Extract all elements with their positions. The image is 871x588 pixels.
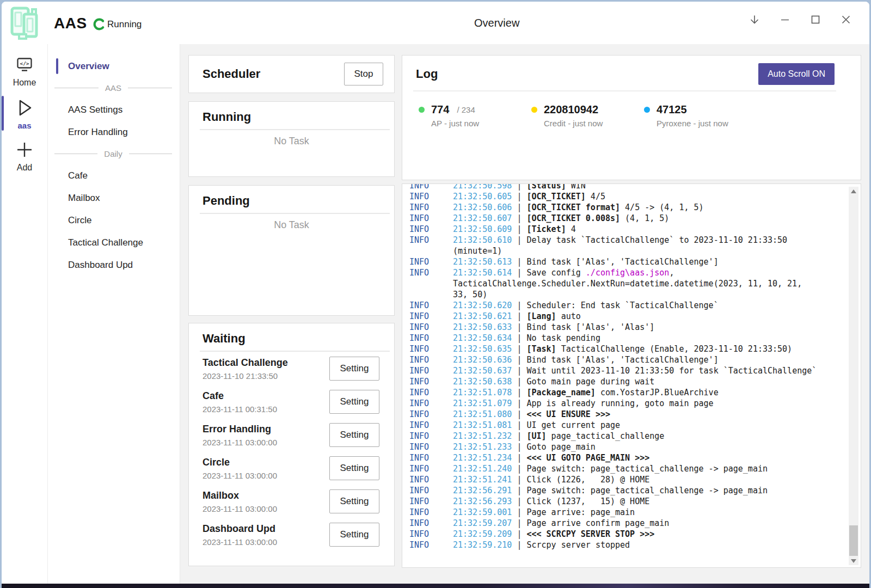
log-time: 21:32:50.605 [453,192,512,201]
stop-button[interactable]: Stop [344,63,383,85]
log-message: 21:32:50.607 | [OCR_TICKET 0.008s] (4, 1… [453,213,821,224]
sidebar-item-label: Overview [68,61,109,72]
scroll-up-icon[interactable] [849,187,858,195]
sidebar-item-error-handling[interactable]: Error Handling [48,121,180,143]
sidebar-item-label: Cafe [68,170,88,181]
log-line: INFO21:32:50.633 | Bind task ['Alas', 'A… [409,322,821,333]
maximize-icon [809,13,822,26]
log-message: 21:32:50.638 | Goto main page during wai… [453,376,821,387]
task-setting-button[interactable]: Setting [329,390,379,414]
log-text: auto [556,311,581,321]
waiting-task: Tactical Challenge2023-11-10 21:33:50Set… [203,352,379,385]
log-separator: | [512,475,526,485]
divider-line [54,88,99,88]
task-setting-button[interactable]: Setting [329,489,379,513]
log-level: INFO [409,409,453,420]
log-text: Bind task ['Alas', 'Alas'] [526,322,654,332]
sidebar-item-dashboard-upd[interactable]: Dashboard Upd [48,254,180,276]
log-separator: | [512,333,526,343]
log-text: Page arrive: page_main [526,507,635,517]
arrow-down-icon [748,13,761,26]
sidebar-item-cafe[interactable]: Cafe [48,164,180,187]
sidebar-item-overview[interactable]: Overview [48,55,180,77]
divider-line [129,154,172,154]
log-time: 21:32:51.080 [453,409,512,419]
task-info: Circle2023-11-11 03:00:00 [203,456,277,480]
scrollbar-thumb[interactable] [849,525,858,556]
task-next-run: 2023-11-11 03:00:00 [203,438,277,447]
rail-item-home[interactable]: </>Home [2,52,47,90]
task-setting-button[interactable]: Setting [329,456,379,480]
stat-label: Credit - just now [544,119,644,128]
scheduler-title: Scheduler [203,67,260,81]
log-line: INFO21:32:50.636 | Bind task ['Alas', 'T… [409,354,821,365]
log-text: Page switch: page_tactical_challenge -> … [526,464,768,474]
log-scrollbar[interactable] [849,187,858,565]
log-level: INFO [409,256,453,267]
rail-item-label: Add [17,163,32,173]
sidebar-item-mailbox[interactable]: Mailbox [48,187,180,209]
sidebar-item-circle[interactable]: Circle [48,209,180,231]
sidebar-section-daily: Daily [54,143,172,164]
log-level: INFO [409,387,453,398]
log-separator: | [512,301,526,310]
task-setting-button[interactable]: Setting [329,357,379,381]
rail-item-add[interactable]: Add [2,137,47,175]
stat-value-row: 774/ 234 [419,103,531,116]
sidebar-item-aas-settings[interactable]: AAS Settings [48,99,180,121]
task-name: Mailbox [203,489,277,502]
status-label: Running [107,19,142,30]
selected-indicator [56,58,58,74]
log-message: 21:32:59.207 | Page arrive confirm page_… [453,518,821,529]
log-time: 21:32:51.234 [453,453,512,463]
log-text: [Package_name] [526,388,595,397]
sidebar-item-tactical-challenge[interactable]: Tactical Challenge [48,231,180,254]
log-separator: | [512,497,526,506]
log-message: 21:32:50.613 | Bind task ['Alas', 'Tacti… [453,256,821,267]
log-message: 21:32:50.636 | Bind task ['Alas', 'Tacti… [453,354,821,365]
close-button[interactable] [837,10,855,29]
task-next-run: 2023-11-10 21:33:50 [203,371,288,381]
log-level: INFO [409,452,453,463]
divider-line [54,154,97,154]
maximize-button[interactable] [806,10,825,29]
log-message: 21:32:50.633 | Bind task ['Alas', 'Alas'… [453,322,821,333]
log-text: [Lang] [526,311,556,321]
task-setting-button[interactable]: Setting [329,423,379,447]
log-separator: | [512,213,526,223]
rail-item-aas[interactable]: aas [2,94,47,132]
log-line: INFO21:32:50.620 | Scheduler: End task `… [409,300,821,311]
play-icon [15,97,34,119]
log-separator: | [512,322,526,332]
scroll-down-icon[interactable] [849,556,858,565]
task-setting-button[interactable]: Setting [329,523,379,547]
log-line: INFO21:32:50.621 | [Lang] auto [409,311,821,322]
log-separator: | [512,442,526,452]
log-text: [Task] [526,344,556,354]
log-text: com.YostarJP.BlueArchive [596,388,719,397]
minimize-button[interactable] [776,10,794,29]
log-message: 21:32:50.635 | [Task] TacticalChallenge … [453,344,821,354]
waiting-card: Waiting Tactical Challenge2023-11-10 21:… [188,323,395,566]
auto-scroll-button[interactable]: Auto Scroll ON [758,63,835,85]
log-message: 21:32:50.606 | [OCR_TICKET format] 4/5 -… [453,202,821,213]
log-level: INFO [409,267,453,300]
stat-dot-icon [419,107,425,113]
sidebar-section-label: AAS [105,83,121,93]
log-line: INFO21:32:56.291 | Page switch: page_tac… [409,485,821,496]
log-text: UI get current page [526,420,620,430]
plus-icon [15,139,34,161]
log-level: INFO [409,191,453,202]
hide-to-tray-button[interactable] [745,10,764,29]
log-separator: | [512,486,526,495]
log-level: INFO [409,354,453,365]
log-time: 21:32:59.001 [453,507,512,517]
running-empty-text: No Task [189,136,394,147]
log-level: INFO [409,311,453,322]
log-level: INFO [409,344,453,354]
log-level: INFO [409,183,453,191]
log-time: 21:32:50.609 [453,224,512,234]
running-card: Running No Task [188,101,395,177]
log-level: INFO [409,474,453,485]
log-time: 21:32:50.606 [453,203,512,212]
